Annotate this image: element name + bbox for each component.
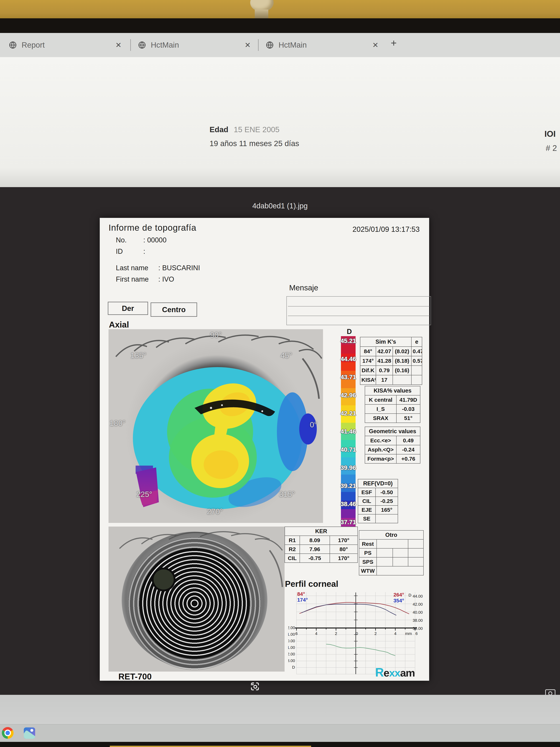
cell: ESF	[358, 488, 376, 497]
eye-side-button[interactable]: Der	[108, 302, 148, 315]
kisa-values-table: KISA% values K central41.79D I_S-0.03 SR…	[365, 386, 420, 423]
browser-tab-bar: Report ✕ HctMain ✕ HctMain ✕ +	[0, 33, 560, 57]
cell: 170°	[330, 536, 357, 545]
mensaje-box[interactable]	[286, 296, 431, 325]
tab-hctmain-1[interactable]: HctMain ✕	[133, 33, 256, 57]
lens-scan-icon[interactable]	[250, 682, 260, 691]
cell: Forma<p>	[365, 454, 396, 463]
rexxam-logo: Rexxam	[375, 665, 415, 679]
cell: 42.07	[376, 346, 393, 356]
cell: Asph.<Q>	[365, 445, 396, 454]
patient-banner: Edad 15 ENE 2005 19 años 11 meses 25 día…	[0, 57, 560, 187]
otro-table: Otro Rest PS SPS WTW	[359, 530, 424, 575]
curve-meridian-blue	[301, 604, 396, 615]
tab-title: HctMain	[151, 41, 240, 49]
profile-chart-title: Perfil corneal	[285, 579, 338, 589]
scale-value: 37.71	[335, 518, 362, 526]
cell	[408, 557, 424, 566]
image-filename: 4dab0ed1 (1).jpg	[0, 202, 560, 210]
photos-app-icon[interactable]	[24, 727, 35, 739]
x-tick: 4	[315, 631, 317, 636]
desk-sliver	[110, 746, 311, 747]
scale-value: 38.46	[335, 500, 362, 508]
field-id: ID:	[116, 248, 147, 255]
close-icon[interactable]: ✕	[244, 41, 251, 49]
cell: 80°	[330, 545, 357, 553]
x-tick: 0	[356, 631, 358, 636]
y-tick: 42.00	[413, 602, 423, 607]
cell: SPS	[359, 557, 377, 566]
x-tick: 6	[295, 631, 298, 636]
tab-title: HctMain	[278, 41, 368, 49]
scale-value: 42.21	[335, 410, 362, 417]
color-scale-labels: 45.2144.4643.7142.9642.2141.4640.7139.96…	[335, 336, 362, 526]
mensaje-line	[288, 316, 429, 316]
cell: 0.57	[411, 356, 422, 366]
meridian-label: 84°	[297, 591, 305, 597]
field-lastname: Last name: BUSCARINI	[116, 264, 200, 272]
ref-table: REF(VD=0) ESF-0.50 CIL-0.25 EJE165° SE	[358, 479, 398, 523]
angle-label-0: 0°	[310, 420, 317, 429]
new-tab-button[interactable]: +	[391, 37, 397, 49]
angle-label-225: 225°	[136, 490, 152, 499]
cell	[411, 375, 422, 385]
edad-line: Edad 15 ENE 2005	[210, 125, 279, 134]
diopter-unit-label: D	[347, 328, 352, 336]
y-tick: 36.00	[413, 626, 423, 631]
cell: Ecc.<e>	[365, 436, 396, 445]
cell: 0.49	[396, 436, 420, 445]
tab-title: Report	[22, 41, 110, 49]
eyelashes	[108, 526, 285, 672]
position-button[interactable]: Centro	[151, 303, 197, 317]
angle-label-90: 90°	[210, 331, 222, 339]
cell: -0.03	[396, 405, 420, 414]
monitor-bezel-bottom	[0, 742, 560, 747]
curve-difference	[326, 644, 395, 655]
close-icon[interactable]: ✕	[372, 41, 378, 49]
topography-report-page: Informe de topografía 2025/01/09 13:17:5…	[100, 218, 429, 681]
cell: -0.50	[376, 488, 398, 497]
angle-label-270: 270°	[207, 507, 223, 516]
y-axis-unit: D	[408, 593, 411, 597]
cell	[377, 548, 393, 557]
cell: KISA%	[360, 375, 376, 385]
ref-header: REF(VD=0)	[358, 479, 398, 488]
tab-report[interactable]: Report ✕	[3, 33, 127, 57]
wall-background	[0, 0, 560, 18]
scale-value: 44.46	[335, 355, 362, 362]
scale-value: 42.96	[335, 392, 362, 399]
x-axis-unit: mm	[405, 631, 412, 636]
chrome-icon[interactable]	[2, 727, 14, 739]
y-tick: 44.00	[413, 594, 423, 598]
cell	[411, 366, 422, 375]
field-no-value: 00000	[147, 236, 166, 244]
cell: 174°	[360, 356, 376, 366]
globe-icon	[9, 41, 17, 49]
birth-date: 15 ENE 2005	[234, 125, 279, 134]
meridian-label: 174°	[297, 597, 308, 603]
angle-label-180: 180°	[110, 419, 126, 428]
cell: -0.25	[376, 497, 398, 506]
globe-icon	[266, 41, 274, 49]
angle-label-315: 315°	[279, 490, 295, 499]
scale-value: 39.96	[335, 464, 362, 471]
cell: R2	[285, 545, 300, 553]
age-text: 19 años 11 meses 25 días	[210, 139, 299, 148]
cell: R1	[285, 536, 300, 545]
cell: 84°	[360, 346, 376, 356]
tab-divider	[258, 39, 259, 51]
cell: SE	[358, 514, 376, 523]
cell	[393, 375, 411, 385]
x-tick: 2	[374, 631, 377, 636]
y-tick: 0.00	[288, 639, 295, 643]
color-scale: 45.2144.4643.7142.9642.2141.4640.7139.96…	[341, 336, 355, 526]
tab-hctmain-2[interactable]: HctMain ✕	[260, 33, 384, 57]
cell: 8.09	[300, 536, 330, 545]
scale-value: 40.71	[335, 446, 362, 453]
field-firstname-value: IVO	[162, 275, 174, 283]
close-icon[interactable]: ✕	[115, 41, 122, 49]
scale-value: 45.21	[335, 337, 362, 344]
right-fragment-bottom: # 2	[546, 144, 557, 153]
cell: CIL	[285, 553, 300, 563]
ker-header: KER	[285, 527, 357, 536]
